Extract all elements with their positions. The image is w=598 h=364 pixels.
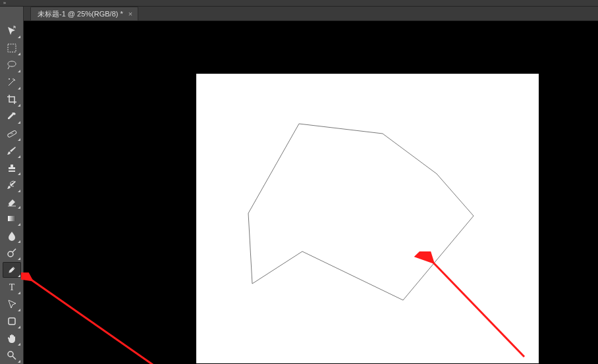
stamp-icon bbox=[7, 163, 17, 173]
svg-point-6 bbox=[8, 251, 13, 257]
blur-tool[interactable] bbox=[3, 228, 21, 244]
marquee-tool[interactable] bbox=[3, 40, 21, 56]
eyedropper-tool[interactable] bbox=[3, 109, 21, 124]
close-tab-button[interactable]: × bbox=[127, 11, 132, 18]
pathsel-icon bbox=[7, 299, 17, 309]
healing-brush-tool[interactable] bbox=[3, 126, 21, 142]
crop-tool[interactable] bbox=[3, 91, 21, 107]
gradient-tool[interactable] bbox=[3, 211, 21, 226]
blur-icon bbox=[7, 230, 17, 241]
zoom-tool[interactable] bbox=[3, 348, 21, 363]
shape-tool[interactable] bbox=[3, 313, 21, 329]
eraser-icon bbox=[7, 197, 17, 207]
brush-tool[interactable] bbox=[3, 143, 21, 159]
document-tab-strip: 未标题-1 @ 25%(RGB/8) * × bbox=[0, 7, 598, 21]
stamp-tool[interactable] bbox=[3, 160, 21, 176]
document-tab-title: 未标题-1 @ 25%(RGB/8) * bbox=[38, 9, 123, 19]
drawn-path bbox=[196, 74, 539, 363]
workspace bbox=[24, 21, 598, 364]
document-canvas[interactable] bbox=[196, 74, 539, 363]
svg-rect-0 bbox=[8, 44, 16, 52]
options-bar: » bbox=[0, 0, 598, 7]
svg-marker-10 bbox=[248, 124, 474, 300]
dodge-tool[interactable] bbox=[3, 245, 21, 261]
path-select-tool[interactable] bbox=[3, 296, 21, 312]
dodge-icon bbox=[7, 247, 17, 258]
pen-icon bbox=[7, 265, 17, 275]
document-tab[interactable]: 未标题-1 @ 25%(RGB/8) * × bbox=[30, 7, 138, 20]
move-tool[interactable] bbox=[3, 23, 21, 39]
lasso-icon bbox=[7, 60, 17, 70]
hand-tool[interactable] bbox=[3, 330, 21, 346]
svg-point-4 bbox=[12, 133, 13, 134]
svg-rect-2 bbox=[7, 130, 17, 137]
svg-rect-5 bbox=[8, 216, 16, 221]
brush-icon bbox=[7, 145, 17, 156]
eraser-tool[interactable] bbox=[3, 194, 21, 210]
magic-wand-tool[interactable] bbox=[3, 74, 21, 90]
pen-tool[interactable] bbox=[3, 262, 21, 278]
svg-point-1 bbox=[9, 78, 10, 80]
type-icon: T bbox=[7, 282, 17, 292]
svg-point-3 bbox=[11, 133, 11, 134]
tools-panel: T bbox=[0, 7, 24, 364]
svg-text:T: T bbox=[9, 282, 15, 292]
marquee-icon bbox=[7, 43, 17, 53]
zoom-icon bbox=[7, 350, 17, 361]
svg-point-9 bbox=[8, 351, 13, 357]
wand-icon bbox=[7, 77, 17, 88]
eyedropper-icon bbox=[7, 111, 17, 122]
shape-icon bbox=[7, 316, 17, 326]
expand-panels-button[interactable]: » bbox=[0, 0, 9, 7]
hand-icon bbox=[7, 333, 17, 344]
gradient-icon bbox=[7, 213, 17, 224]
crop-icon bbox=[7, 94, 17, 105]
history-brush-tool[interactable] bbox=[3, 177, 21, 193]
history-icon bbox=[7, 180, 17, 190]
lasso-tool[interactable] bbox=[3, 57, 21, 73]
svg-rect-8 bbox=[9, 318, 15, 325]
move-icon bbox=[7, 26, 17, 36]
type-tool[interactable]: T bbox=[3, 279, 21, 295]
bandaid-icon bbox=[7, 128, 17, 139]
